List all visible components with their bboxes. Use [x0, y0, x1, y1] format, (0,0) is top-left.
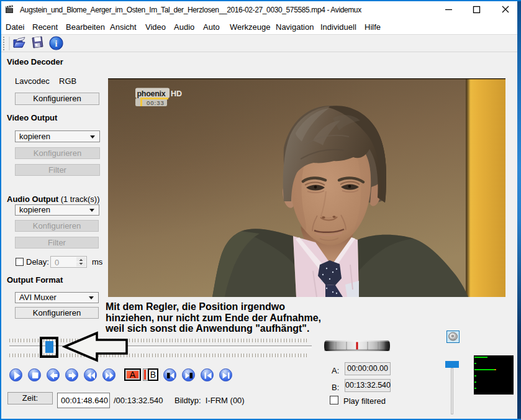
svg-text:HD: HD	[171, 89, 182, 98]
svg-text:i: i	[55, 39, 58, 48]
svg-text:phoenix: phoenix	[137, 89, 166, 98]
svg-text:00:33: 00:33	[147, 99, 165, 106]
